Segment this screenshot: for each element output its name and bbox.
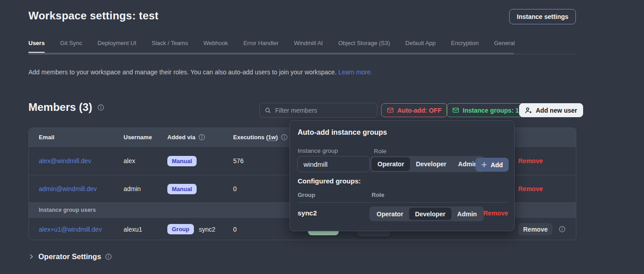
- remove-member-button[interactable]: Remove: [518, 185, 543, 192]
- added-via-badge: Manual: [167, 156, 197, 166]
- added-via-badge: Group: [167, 224, 194, 234]
- role-option-operator[interactable]: Operator: [372, 157, 410, 171]
- executions-info-icon[interactable]: [281, 134, 288, 141]
- filter-members-input[interactable]: [275, 107, 372, 114]
- tab-default-app[interactable]: Default App: [405, 40, 436, 53]
- members-description: Add members to your workspace and manage…: [28, 68, 373, 76]
- member-username: alexu1: [124, 226, 167, 233]
- learn-more-link[interactable]: Learn more.: [338, 68, 372, 76]
- tab-encryption[interactable]: Encryption: [451, 40, 478, 53]
- members-heading: Members (3): [28, 101, 104, 114]
- new-group-role-segmented: Operator Developer Admin: [370, 156, 485, 172]
- member-username: admin: [124, 185, 167, 192]
- tab-object-storage[interactable]: Object Storage (S3): [338, 40, 390, 53]
- role-option-operator[interactable]: Operator: [371, 208, 409, 220]
- add-group-button[interactable]: Add: [475, 158, 509, 172]
- tab-webhook[interactable]: Webhook: [203, 40, 228, 53]
- instance-groups-button[interactable]: Instance groups: 1: [446, 103, 524, 117]
- members-heading-label: Members (3): [28, 101, 92, 114]
- tab-users[interactable]: Users: [28, 40, 45, 53]
- auto-add-button[interactable]: Auto-add: OFF: [381, 103, 447, 117]
- role-option-developer[interactable]: Developer: [410, 157, 452, 171]
- auto-add-instance-groups-popup: Auto-add instance groups Instance group …: [290, 120, 515, 231]
- remove-configured-group-button[interactable]: Remove: [483, 210, 508, 217]
- auto-add-label: Auto-add: OFF: [397, 107, 442, 114]
- members-info-icon[interactable]: [97, 104, 104, 111]
- popup-divider: [298, 202, 508, 203]
- members-description-text: Add members to your workspace and manage…: [28, 68, 336, 76]
- added-via-info-icon[interactable]: [198, 134, 205, 141]
- tab-general[interactable]: General: [494, 40, 515, 53]
- tabs-scrollbar-thumb[interactable]: [28, 53, 514, 55]
- tab-slack-teams[interactable]: Slack / Teams: [152, 40, 188, 53]
- filter-members-search[interactable]: [259, 103, 377, 118]
- user-plus-icon: [525, 107, 532, 114]
- role-label: Role: [374, 148, 386, 155]
- settings-tab-bar: Users Git Sync Deployment UI Slack / Tea…: [28, 40, 576, 53]
- tab-windmill-ai[interactable]: Windmill AI: [294, 40, 323, 53]
- remove-member-button[interactable]: Remove: [518, 157, 543, 164]
- added-via-group-name: sync2: [199, 226, 216, 233]
- role-option-admin[interactable]: Admin: [451, 208, 483, 220]
- role-option-developer[interactable]: Developer: [409, 208, 451, 220]
- page-title: Workspace settings: test: [28, 9, 158, 22]
- member-email-link[interactable]: admin@windmill.dev: [39, 185, 97, 192]
- member-username: alex: [124, 157, 167, 164]
- mail-icon: [387, 107, 394, 114]
- operator-settings-label: Operator Settings: [38, 252, 101, 261]
- add-group-label: Add: [491, 161, 503, 169]
- tab-git-sync[interactable]: Git Sync: [60, 40, 82, 53]
- chevron-right-icon: [28, 254, 34, 260]
- tab-error-handler[interactable]: Error Handler: [244, 40, 279, 53]
- search-icon: [265, 107, 271, 114]
- mail-icon: [452, 107, 459, 114]
- instance-settings-button[interactable]: Instance settings: [509, 9, 576, 24]
- remove-member-button[interactable]: Remove: [518, 223, 552, 235]
- plus-icon: [481, 162, 487, 168]
- header-email: Email: [39, 134, 124, 141]
- instance-group-input[interactable]: [297, 156, 370, 172]
- header-username: Username: [124, 134, 167, 141]
- remove-info-icon[interactable]: [559, 226, 566, 233]
- configured-group-role-segmented: Operator Developer Admin: [369, 206, 484, 221]
- configured-group-name: sync2: [298, 209, 317, 217]
- member-email-link[interactable]: alex@windmill.dev: [39, 157, 91, 164]
- instance-group-label: Instance group: [298, 147, 338, 154]
- operator-settings-toggle[interactable]: Operator Settings: [28, 252, 112, 261]
- operator-settings-info-icon[interactable]: [105, 253, 112, 260]
- member-email-link[interactable]: alex+u1@windmill.dev: [39, 226, 102, 233]
- group-column-label: Group: [298, 192, 315, 198]
- configured-groups-heading: Configured groups:: [298, 177, 361, 185]
- header-added-via: Added via: [167, 134, 233, 141]
- header-added-via-label: Added via: [167, 134, 195, 141]
- tab-deployment-ui[interactable]: Deployment UI: [97, 40, 136, 53]
- popup-title: Auto-add instance groups: [298, 128, 387, 137]
- workspace-settings-page: Workspace settings: test Instance settin…: [0, 0, 644, 274]
- add-new-user-button[interactable]: Add new user: [519, 103, 583, 117]
- role-column-label: Role: [372, 192, 384, 198]
- add-new-user-label: Add new user: [536, 107, 577, 114]
- added-via-badge: Manual: [167, 184, 197, 194]
- instance-groups-label: Instance groups: 1: [463, 107, 519, 114]
